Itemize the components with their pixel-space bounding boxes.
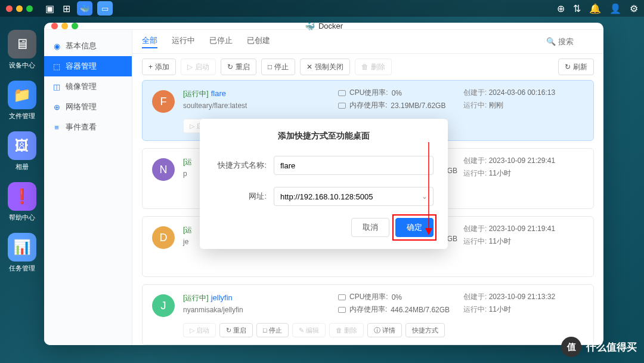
grid-icon[interactable]: ⊞ xyxy=(60,2,72,14)
maximize-button[interactable] xyxy=(26,5,33,12)
desktop-icon-tasks[interactable]: 📊任务管理 xyxy=(5,233,39,273)
modal-title: 添加快捷方式至功能桌面 xyxy=(214,131,434,141)
traffic-lights xyxy=(6,5,33,12)
globe-icon[interactable]: ⊕ xyxy=(557,3,565,14)
cancel-button[interactable]: 取消 xyxy=(351,218,389,237)
name-label: 快捷方式名称: xyxy=(214,160,274,171)
shortcut-modal: 添加快捷方式至功能桌面 快捷方式名称: 网址: ⌄ 取消 确定 xyxy=(200,119,448,249)
transfer-icon[interactable]: ⇅ xyxy=(573,3,581,14)
system-menubar: ▣ ⊞ 🐳 ▭ ⊕ ⇅ 🔔 👤 ⚙ xyxy=(0,0,644,17)
bell-icon[interactable]: 🔔 xyxy=(589,3,601,14)
files-app-icon[interactable]: ▭ xyxy=(97,1,113,16)
watermark-text: 什么值得买 xyxy=(586,340,637,354)
menubar-right: ⊕ ⇅ 🔔 👤 ⚙ xyxy=(557,3,638,14)
name-input[interactable] xyxy=(274,156,434,175)
url-label: 网址: xyxy=(214,191,274,202)
folder-icon[interactable]: ▣ xyxy=(44,2,55,14)
confirm-button[interactable]: 确定 xyxy=(395,218,434,237)
minimize-button[interactable] xyxy=(16,5,23,12)
gear-icon[interactable]: ⚙ xyxy=(630,3,638,14)
watermark-badge: 值 xyxy=(561,337,581,357)
url-input[interactable] xyxy=(274,187,434,206)
desktop-icon-device[interactable]: 🖥设备中心 xyxy=(5,30,39,70)
desktop-icons: 🖥设备中心 📁文件管理 🖼相册 ❗帮助中心 📊任务管理 xyxy=(5,30,39,273)
docker-app-icon[interactable]: 🐳 xyxy=(77,1,92,16)
desktop-icon-files[interactable]: 📁文件管理 xyxy=(5,81,39,121)
desktop-icon-photos[interactable]: 🖼相册 xyxy=(5,131,39,171)
docker-window: 🐳 Docker ◉基本信息 ⬚容器管理 ◫镜像管理 ⊕网络管理 ≡事件查看 全… xyxy=(44,23,603,345)
user-icon[interactable]: 👤 xyxy=(609,3,621,14)
modal-overlay: 添加快捷方式至功能桌面 快捷方式名称: 网址: ⌄ 取消 确定 xyxy=(44,23,603,345)
close-button[interactable] xyxy=(6,5,13,12)
desktop-icon-help[interactable]: ❗帮助中心 xyxy=(5,182,39,222)
watermark: 值 什么值得买 xyxy=(561,337,637,357)
